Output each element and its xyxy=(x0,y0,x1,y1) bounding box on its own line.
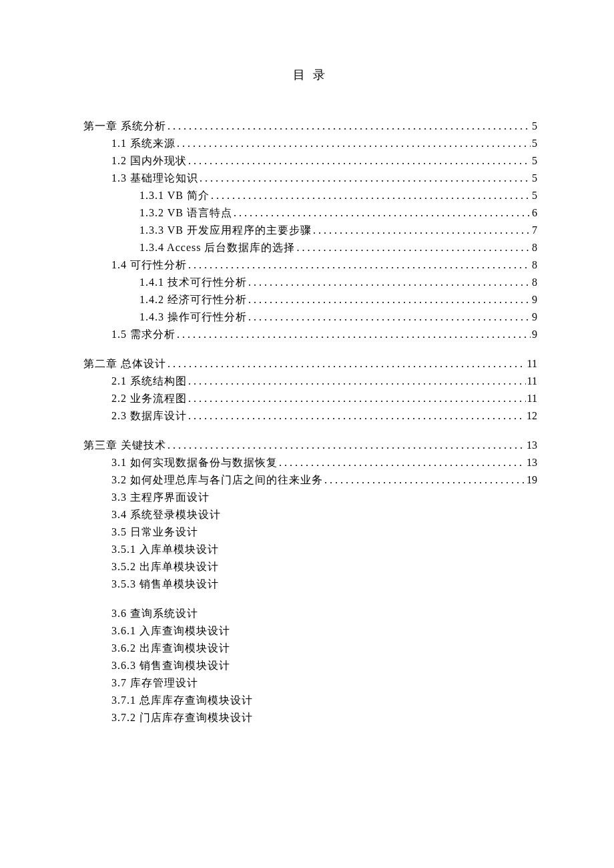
toc-entry[interactable]: 3.3 主程序界面设计 xyxy=(83,489,537,506)
toc-entry[interactable]: 3.5.2 出库单模块设计 xyxy=(83,558,537,576)
toc-entry[interactable]: 1.4 可行性分析 8 xyxy=(83,256,537,274)
toc-entry-label: 3.2 如何处理总库与各门店之间的往来业务 xyxy=(111,471,323,489)
toc-leader-dots xyxy=(188,256,531,274)
toc-group: 3.6 查询系统设计3.6.1 入库查询模块设计3.6.2 出库查询模块设计3.… xyxy=(83,605,537,726)
toc-entry-label: 3.6 查询系统设计 xyxy=(111,605,198,622)
toc-entry[interactable]: 1.3 基础理论知识 5 xyxy=(83,170,537,187)
toc-entry-label: 1.2 国内外现状 xyxy=(111,152,187,170)
toc-group: 第二章 总体设计112.1 系统结构图 112.2 业务流程图 112.3 数据… xyxy=(83,355,537,425)
toc-entry-label: 1.4 可行性分析 xyxy=(111,256,187,274)
toc-leader-dots xyxy=(177,135,531,152)
toc-page-number: 11 xyxy=(527,355,537,373)
toc-entry[interactable]: 第三章 关键技术13 xyxy=(83,437,537,454)
toc-entry-label: 3.7.2 门店库存查询模块设计 xyxy=(111,709,253,726)
toc-page-number: 5 xyxy=(532,152,537,170)
toc-page-number: 5 xyxy=(532,170,537,187)
toc-leader-dots xyxy=(279,454,525,471)
toc-entry-label: 3.1 如何实现数据备份与数据恢复 xyxy=(111,454,278,471)
toc-leader-dots xyxy=(296,239,531,256)
toc-entry[interactable]: 1.4.2 经济可行性分析9 xyxy=(83,291,537,308)
toc-leader-dots xyxy=(168,118,531,135)
toc-page-number: 5 xyxy=(532,118,537,135)
toc-entry-label: 1.3.4 Access 后台数据库的选择 xyxy=(139,239,295,256)
toc-leader-dots xyxy=(188,152,531,170)
toc-entry[interactable]: 2.1 系统结构图 11 xyxy=(83,373,537,390)
toc-entry-label: 3.4 系统登录模块设计 xyxy=(111,506,221,523)
toc-entry-label: 1.1 系统来源 xyxy=(111,135,176,152)
toc-entry-label: 3.7.1 总库库存查询模块设计 xyxy=(111,692,253,709)
toc-page-number: 8 xyxy=(532,274,537,291)
toc-leader-dots xyxy=(168,355,526,373)
toc-entry-label: 1.4.2 经济可行性分析 xyxy=(139,291,247,308)
toc-entry[interactable]: 3.7.2 门店库存查询模块设计 xyxy=(83,709,537,726)
toc-entry[interactable]: 2.2 业务流程图 11 xyxy=(83,390,537,407)
toc-entry[interactable]: 3.6.3 销售查询模块设计 xyxy=(83,657,537,674)
toc-entry-label: 第一章 系统分析 xyxy=(83,118,166,135)
toc-entry[interactable]: 1.4.1 技术可行性分析8 xyxy=(83,274,537,291)
toc-page-number: 19 xyxy=(527,471,537,489)
table-of-contents: 第一章 系统分析51.1 系统来源 51.2 国内外现状 51.3 基础理论知识… xyxy=(83,118,537,726)
toc-page-number: 7 xyxy=(532,222,537,239)
toc-page-number: 8 xyxy=(532,239,537,256)
toc-entry[interactable]: 3.5.3 销售单模块设计 xyxy=(83,576,537,593)
toc-entry[interactable]: 1.5 需求分析 9 xyxy=(83,326,537,343)
toc-entry-label: 3.6.1 入库查询模块设计 xyxy=(111,622,230,640)
toc-entry[interactable]: 1.4.3 操作可行性分析9 xyxy=(83,308,537,326)
toc-entry-label: 2.3 数据库设计 xyxy=(111,407,187,425)
toc-page-number: 5 xyxy=(532,187,537,204)
toc-entry[interactable]: 2.3 数据库设计12 xyxy=(83,407,537,425)
toc-leader-dots xyxy=(168,437,525,454)
toc-leader-dots xyxy=(313,222,531,239)
toc-entry-label: 第三章 关键技术 xyxy=(83,437,166,454)
toc-entry[interactable]: 3.2 如何处理总库与各门店之间的往来业务 19 xyxy=(83,471,537,489)
toc-entry-label: 1.3 基础理论知识 xyxy=(111,170,198,187)
toc-entry-label: 3.5.1 入库单模块设计 xyxy=(111,541,219,558)
toc-entry[interactable]: 1.3.4 Access 后台数据库的选择8 xyxy=(83,239,537,256)
toc-leader-dots xyxy=(177,326,531,343)
toc-entry[interactable]: 1.2 国内外现状 5 xyxy=(83,152,537,170)
toc-entry[interactable]: 3.7 库存管理设计 xyxy=(83,674,537,692)
toc-entry-label: 1.3.3 VB 开发应用程序的主要步骤 xyxy=(139,222,312,239)
toc-entry[interactable]: 3.6.2 出库查询模块设计 xyxy=(83,640,537,657)
toc-entry-label: 1.3.2 VB 语言特点 xyxy=(139,204,232,222)
toc-leader-dots xyxy=(188,373,526,390)
toc-leader-dots xyxy=(324,471,525,489)
toc-entry-label: 3.3 主程序界面设计 xyxy=(111,489,210,506)
toc-entry-label: 1.4.1 技术可行性分析 xyxy=(139,274,247,291)
toc-entry[interactable]: 3.4 系统登录模块设计 xyxy=(83,506,537,523)
toc-entry[interactable]: 1.1 系统来源 5 xyxy=(83,135,537,152)
toc-leader-dots xyxy=(188,407,525,425)
toc-entry[interactable]: 1.3.3 VB 开发应用程序的主要步骤 7 xyxy=(83,222,537,239)
toc-entry-label: 1.3.1 VB 简介 xyxy=(139,187,210,204)
toc-entry-label: 第二章 总体设计 xyxy=(83,355,166,373)
toc-entry[interactable]: 3.5 日常业务设计 xyxy=(83,523,537,541)
toc-entry-label: 3.6.2 出库查询模块设计 xyxy=(111,640,230,657)
toc-entry-label: 3.5.3 销售单模块设计 xyxy=(111,576,219,593)
toc-page-number: 6 xyxy=(532,204,537,222)
toc-page-number: 8 xyxy=(532,256,537,274)
toc-entry-label: 3.7 库存管理设计 xyxy=(111,674,198,692)
toc-entry[interactable]: 3.6 查询系统设计 xyxy=(83,605,537,622)
toc-page-number: 13 xyxy=(527,437,537,454)
toc-page-number: 5 xyxy=(532,135,537,152)
toc-entry[interactable]: 第二章 总体设计11 xyxy=(83,355,537,373)
toc-entry[interactable]: 3.6.1 入库查询模块设计 xyxy=(83,622,537,640)
toc-group: 第一章 系统分析51.1 系统来源 51.2 国内外现状 51.3 基础理论知识… xyxy=(83,118,537,343)
toc-group: 第三章 关键技术133.1 如何实现数据备份与数据恢复 133.2 如何处理总库… xyxy=(83,437,537,593)
toc-page-number: 9 xyxy=(532,291,537,308)
toc-entry[interactable]: 3.1 如何实现数据备份与数据恢复 13 xyxy=(83,454,537,471)
toc-entry-label: 2.1 系统结构图 xyxy=(111,373,187,390)
toc-leader-dots xyxy=(248,308,531,326)
toc-entry-label: 3.6.3 销售查询模块设计 xyxy=(111,657,230,674)
toc-entry[interactable]: 1.3.2 VB 语言特点6 xyxy=(83,204,537,222)
toc-entry[interactable]: 3.5.1 入库单模块设计 xyxy=(83,541,537,558)
toc-entry-label: 3.5.2 出库单模块设计 xyxy=(111,558,219,576)
toc-entry-label: 2.2 业务流程图 xyxy=(111,390,187,407)
toc-entry[interactable]: 第一章 系统分析5 xyxy=(83,118,537,135)
toc-entry[interactable]: 3.7.1 总库库存查询模块设计 xyxy=(83,692,537,709)
toc-page-number: 11 xyxy=(527,390,537,407)
toc-leader-dots xyxy=(188,390,526,407)
toc-leader-dots xyxy=(234,204,531,222)
toc-page-number: 13 xyxy=(527,454,537,471)
toc-entry[interactable]: 1.3.1 VB 简介5 xyxy=(83,187,537,204)
